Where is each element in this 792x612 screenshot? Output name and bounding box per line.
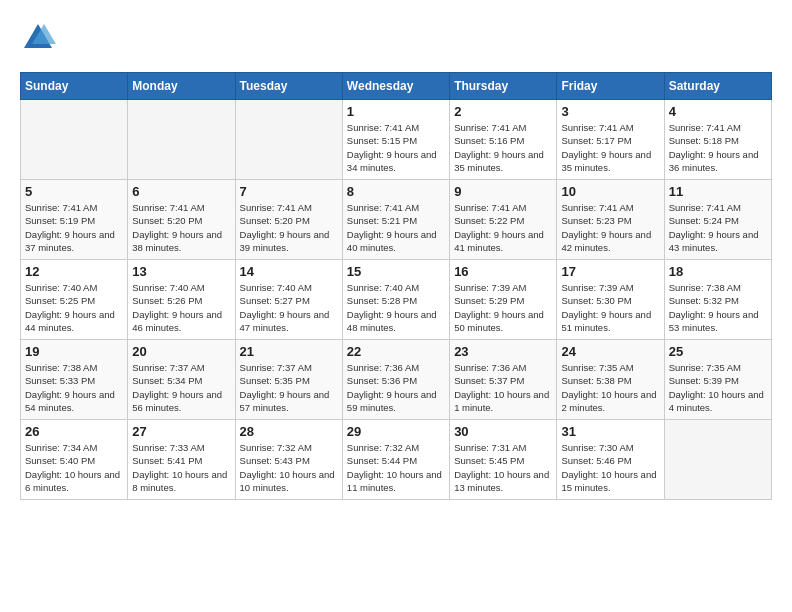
day-info: Sunrise: 7:38 AM Sunset: 5:33 PM Dayligh… [25, 361, 123, 414]
day-info: Sunrise: 7:36 AM Sunset: 5:36 PM Dayligh… [347, 361, 445, 414]
day-info: Sunrise: 7:32 AM Sunset: 5:44 PM Dayligh… [347, 441, 445, 494]
calendar-cell: 6Sunrise: 7:41 AM Sunset: 5:20 PM Daylig… [128, 180, 235, 260]
day-info: Sunrise: 7:41 AM Sunset: 5:15 PM Dayligh… [347, 121, 445, 174]
calendar-cell: 27Sunrise: 7:33 AM Sunset: 5:41 PM Dayli… [128, 420, 235, 500]
calendar-cell: 10Sunrise: 7:41 AM Sunset: 5:23 PM Dayli… [557, 180, 664, 260]
calendar-cell: 24Sunrise: 7:35 AM Sunset: 5:38 PM Dayli… [557, 340, 664, 420]
calendar-cell: 7Sunrise: 7:41 AM Sunset: 5:20 PM Daylig… [235, 180, 342, 260]
day-number: 2 [454, 104, 552, 119]
day-number: 28 [240, 424, 338, 439]
day-number: 6 [132, 184, 230, 199]
calendar-cell: 29Sunrise: 7:32 AM Sunset: 5:44 PM Dayli… [342, 420, 449, 500]
day-number: 14 [240, 264, 338, 279]
day-number: 12 [25, 264, 123, 279]
calendar-cell: 28Sunrise: 7:32 AM Sunset: 5:43 PM Dayli… [235, 420, 342, 500]
day-number: 8 [347, 184, 445, 199]
day-info: Sunrise: 7:41 AM Sunset: 5:22 PM Dayligh… [454, 201, 552, 254]
day-info: Sunrise: 7:41 AM Sunset: 5:18 PM Dayligh… [669, 121, 767, 174]
calendar-cell: 19Sunrise: 7:38 AM Sunset: 5:33 PM Dayli… [21, 340, 128, 420]
day-info: Sunrise: 7:41 AM Sunset: 5:24 PM Dayligh… [669, 201, 767, 254]
day-info: Sunrise: 7:39 AM Sunset: 5:30 PM Dayligh… [561, 281, 659, 334]
calendar-cell: 25Sunrise: 7:35 AM Sunset: 5:39 PM Dayli… [664, 340, 771, 420]
calendar-week-row: 1Sunrise: 7:41 AM Sunset: 5:15 PM Daylig… [21, 100, 772, 180]
day-number: 9 [454, 184, 552, 199]
day-info: Sunrise: 7:32 AM Sunset: 5:43 PM Dayligh… [240, 441, 338, 494]
calendar-cell: 11Sunrise: 7:41 AM Sunset: 5:24 PM Dayli… [664, 180, 771, 260]
day-info: Sunrise: 7:40 AM Sunset: 5:26 PM Dayligh… [132, 281, 230, 334]
day-number: 4 [669, 104, 767, 119]
day-of-week-header: Friday [557, 73, 664, 100]
calendar-table: SundayMondayTuesdayWednesdayThursdayFrid… [20, 72, 772, 500]
calendar-cell: 26Sunrise: 7:34 AM Sunset: 5:40 PM Dayli… [21, 420, 128, 500]
day-number: 11 [669, 184, 767, 199]
day-number: 23 [454, 344, 552, 359]
day-info: Sunrise: 7:37 AM Sunset: 5:35 PM Dayligh… [240, 361, 338, 414]
day-of-week-header: Monday [128, 73, 235, 100]
day-of-week-header: Tuesday [235, 73, 342, 100]
day-info: Sunrise: 7:41 AM Sunset: 5:16 PM Dayligh… [454, 121, 552, 174]
day-number: 22 [347, 344, 445, 359]
day-number: 15 [347, 264, 445, 279]
logo-icon [20, 20, 56, 56]
day-info: Sunrise: 7:33 AM Sunset: 5:41 PM Dayligh… [132, 441, 230, 494]
calendar-cell: 3Sunrise: 7:41 AM Sunset: 5:17 PM Daylig… [557, 100, 664, 180]
page-header [20, 20, 772, 56]
day-of-week-header: Thursday [450, 73, 557, 100]
day-number: 29 [347, 424, 445, 439]
day-number: 17 [561, 264, 659, 279]
calendar-cell: 13Sunrise: 7:40 AM Sunset: 5:26 PM Dayli… [128, 260, 235, 340]
day-number: 13 [132, 264, 230, 279]
calendar-cell: 30Sunrise: 7:31 AM Sunset: 5:45 PM Dayli… [450, 420, 557, 500]
calendar-cell [128, 100, 235, 180]
day-of-week-header: Sunday [21, 73, 128, 100]
day-number: 31 [561, 424, 659, 439]
day-info: Sunrise: 7:41 AM Sunset: 5:23 PM Dayligh… [561, 201, 659, 254]
day-number: 16 [454, 264, 552, 279]
day-of-week-header: Wednesday [342, 73, 449, 100]
calendar-cell: 22Sunrise: 7:36 AM Sunset: 5:36 PM Dayli… [342, 340, 449, 420]
day-info: Sunrise: 7:30 AM Sunset: 5:46 PM Dayligh… [561, 441, 659, 494]
day-number: 27 [132, 424, 230, 439]
day-info: Sunrise: 7:40 AM Sunset: 5:28 PM Dayligh… [347, 281, 445, 334]
calendar-header-row: SundayMondayTuesdayWednesdayThursdayFrid… [21, 73, 772, 100]
calendar-week-row: 12Sunrise: 7:40 AM Sunset: 5:25 PM Dayli… [21, 260, 772, 340]
calendar-cell: 20Sunrise: 7:37 AM Sunset: 5:34 PM Dayli… [128, 340, 235, 420]
day-number: 30 [454, 424, 552, 439]
day-info: Sunrise: 7:41 AM Sunset: 5:19 PM Dayligh… [25, 201, 123, 254]
calendar-cell: 4Sunrise: 7:41 AM Sunset: 5:18 PM Daylig… [664, 100, 771, 180]
calendar-cell: 5Sunrise: 7:41 AM Sunset: 5:19 PM Daylig… [21, 180, 128, 260]
logo [20, 20, 62, 56]
calendar-week-row: 19Sunrise: 7:38 AM Sunset: 5:33 PM Dayli… [21, 340, 772, 420]
calendar-cell: 17Sunrise: 7:39 AM Sunset: 5:30 PM Dayli… [557, 260, 664, 340]
calendar-cell [235, 100, 342, 180]
calendar-week-row: 26Sunrise: 7:34 AM Sunset: 5:40 PM Dayli… [21, 420, 772, 500]
day-info: Sunrise: 7:37 AM Sunset: 5:34 PM Dayligh… [132, 361, 230, 414]
calendar-cell [664, 420, 771, 500]
day-number: 25 [669, 344, 767, 359]
day-number: 3 [561, 104, 659, 119]
calendar-cell: 1Sunrise: 7:41 AM Sunset: 5:15 PM Daylig… [342, 100, 449, 180]
day-number: 5 [25, 184, 123, 199]
day-number: 1 [347, 104, 445, 119]
day-info: Sunrise: 7:31 AM Sunset: 5:45 PM Dayligh… [454, 441, 552, 494]
day-info: Sunrise: 7:40 AM Sunset: 5:27 PM Dayligh… [240, 281, 338, 334]
day-number: 24 [561, 344, 659, 359]
calendar-cell: 15Sunrise: 7:40 AM Sunset: 5:28 PM Dayli… [342, 260, 449, 340]
day-info: Sunrise: 7:41 AM Sunset: 5:17 PM Dayligh… [561, 121, 659, 174]
calendar-cell: 18Sunrise: 7:38 AM Sunset: 5:32 PM Dayli… [664, 260, 771, 340]
day-info: Sunrise: 7:38 AM Sunset: 5:32 PM Dayligh… [669, 281, 767, 334]
day-number: 10 [561, 184, 659, 199]
calendar-week-row: 5Sunrise: 7:41 AM Sunset: 5:19 PM Daylig… [21, 180, 772, 260]
day-number: 18 [669, 264, 767, 279]
day-info: Sunrise: 7:39 AM Sunset: 5:29 PM Dayligh… [454, 281, 552, 334]
day-number: 19 [25, 344, 123, 359]
day-info: Sunrise: 7:41 AM Sunset: 5:20 PM Dayligh… [132, 201, 230, 254]
calendar-cell: 16Sunrise: 7:39 AM Sunset: 5:29 PM Dayli… [450, 260, 557, 340]
day-info: Sunrise: 7:34 AM Sunset: 5:40 PM Dayligh… [25, 441, 123, 494]
day-number: 20 [132, 344, 230, 359]
day-of-week-header: Saturday [664, 73, 771, 100]
day-number: 26 [25, 424, 123, 439]
calendar-cell: 12Sunrise: 7:40 AM Sunset: 5:25 PM Dayli… [21, 260, 128, 340]
calendar-cell: 9Sunrise: 7:41 AM Sunset: 5:22 PM Daylig… [450, 180, 557, 260]
day-info: Sunrise: 7:41 AM Sunset: 5:21 PM Dayligh… [347, 201, 445, 254]
